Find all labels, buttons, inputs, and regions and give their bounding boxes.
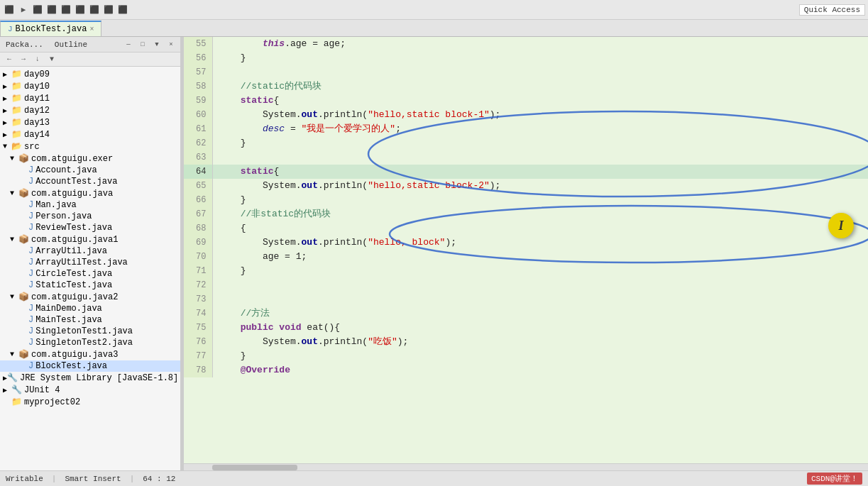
tree-item-accounttest[interactable]: JAccountTest.java bbox=[0, 176, 180, 187]
toolbar-icon-1[interactable]: ⬛ bbox=[3, 4, 16, 16]
toolbar-icon-9[interactable]: ⬛ bbox=[116, 4, 129, 16]
sidebar-back-icon[interactable]: ← bbox=[3, 53, 16, 66]
code-text-65[interactable]: System.out.println("hello,static block-2… bbox=[212, 179, 868, 193]
toolbar-icon-4[interactable]: ⬛ bbox=[45, 4, 58, 16]
tree-item-jre[interactable]: ▶🔧JRE System Library [JavaSE-1.8] bbox=[0, 372, 180, 384]
editor-area: 55 this.age = age; 56 } 57 bbox=[184, 37, 868, 470]
horizontal-scroll-thumb[interactable] bbox=[212, 465, 297, 470]
tree-item-day14[interactable]: ▶📁day14 bbox=[0, 128, 180, 140]
tree-item-day13[interactable]: ▶📁day13 bbox=[0, 116, 180, 128]
code-text-72[interactable] bbox=[212, 278, 868, 292]
code-line-68: 68 { bbox=[184, 221, 868, 236]
tree-item-day09[interactable]: ▶📁day09 bbox=[0, 68, 180, 80]
status-writable: Writable bbox=[6, 475, 43, 483]
code-text-69[interactable]: System.out.println("hello, block"); bbox=[212, 236, 868, 250]
code-text-74[interactable]: //方法 bbox=[212, 306, 868, 321]
tree-item-arrayutiltest[interactable]: JArrayUtilTest.java bbox=[0, 257, 180, 268]
code-text-62[interactable]: } bbox=[212, 136, 868, 150]
tab-close-button[interactable]: × bbox=[89, 26, 94, 33]
toolbar-icon-7[interactable]: ⬛ bbox=[88, 4, 101, 16]
code-text-63[interactable] bbox=[212, 150, 868, 165]
code-line-65: 65 System.out.println("hello,static bloc… bbox=[184, 179, 868, 193]
sidebar-tab-outline[interactable]: Outline bbox=[49, 39, 93, 50]
code-line-67: 67 //非static的代码块 bbox=[184, 207, 868, 221]
tree-item-pkg-java1[interactable]: ▼📦com.atguigu.java1 bbox=[0, 233, 180, 245]
status-bar: Writable | Smart Insert | 64 : 12 CSDN@讲… bbox=[0, 470, 868, 486]
tree-item-person[interactable]: JPerson.java bbox=[0, 211, 180, 222]
main-layout: Packa... Outline ─ □ ▼ × ← → ↓ ▼ ▶📁day09… bbox=[0, 37, 868, 470]
code-editor[interactable]: 55 this.age = age; 56 } 57 bbox=[184, 37, 868, 463]
tree-item-arrayutil[interactable]: JArrayUtil.java bbox=[0, 245, 180, 257]
tree-item-day10[interactable]: ▶📁day10 bbox=[0, 80, 180, 92]
toolbar-icon-2[interactable]: ▶ bbox=[17, 4, 30, 16]
sidebar-forward-icon[interactable]: → bbox=[17, 53, 30, 66]
code-text-57[interactable] bbox=[212, 65, 868, 79]
line-number-64: 64 bbox=[184, 165, 212, 179]
code-text-59[interactable]: static{ bbox=[212, 94, 868, 108]
tree-item-man[interactable]: JMan.java bbox=[0, 199, 180, 211]
code-text-73[interactable] bbox=[212, 292, 868, 306]
tree-item-statictest[interactable]: JStaticTest.java bbox=[0, 280, 180, 291]
code-text-66[interactable]: } bbox=[212, 193, 868, 207]
code-line-75: 75 public void eat(){ bbox=[184, 321, 868, 335]
code-text-60[interactable]: System.out.println("hello,static block-1… bbox=[212, 108, 868, 122]
status-right-area: CSDN@讲堂！ bbox=[807, 473, 862, 485]
sidebar-maximize-icon[interactable]: □ bbox=[136, 38, 149, 51]
line-number-74: 74 bbox=[184, 306, 212, 321]
tree-item-account[interactable]: JAccount.java bbox=[0, 165, 180, 176]
code-text-67[interactable]: //非static的代码块 bbox=[212, 207, 868, 221]
code-text-68[interactable]: { bbox=[212, 221, 868, 236]
code-text-78[interactable]: @Override bbox=[212, 363, 868, 377]
code-line-70: 70 age = 1; bbox=[184, 250, 868, 264]
code-text-58[interactable]: //static的代码块 bbox=[212, 79, 868, 94]
tree-item-day12[interactable]: ▶📁day12 bbox=[0, 104, 180, 116]
tree-item-pkg-java[interactable]: ▼📦com.atguigu.java bbox=[0, 187, 180, 199]
code-text-56[interactable]: } bbox=[212, 51, 868, 65]
sidebar-menu-icon[interactable]: × bbox=[165, 38, 177, 51]
horizontal-scrollbar[interactable] bbox=[184, 463, 868, 470]
toolbar-icon-3[interactable]: ⬛ bbox=[31, 4, 44, 16]
tree-item-myproject02[interactable]: 📁myproject02 bbox=[0, 396, 180, 408]
tree-item-circletest[interactable]: JCircleTest.java bbox=[0, 268, 180, 280]
sidebar-tab-package[interactable]: Packa... bbox=[0, 39, 49, 50]
sidebar-down-icon[interactable]: ↓ bbox=[31, 53, 44, 66]
sidebar-close-icon[interactable]: ▼ bbox=[150, 38, 163, 51]
status-separator-1: | bbox=[52, 475, 57, 483]
code-text-76[interactable]: System.out.println("吃饭"); bbox=[212, 335, 868, 349]
line-number-62: 62 bbox=[184, 136, 212, 150]
line-number-65: 65 bbox=[184, 179, 212, 193]
sidebar-toolbar: ← → ↓ ▼ bbox=[0, 53, 180, 67]
package-explorer-tree[interactable]: ▶📁day09 ▶📁day10 ▶📁day11 ▶📁day12 ▶📁day13 … bbox=[0, 67, 180, 470]
tree-item-pkg-java3[interactable]: ▼📦com.atguigu.java3 bbox=[0, 348, 180, 360]
sidebar-collapse-icon[interactable]: ▼ bbox=[45, 53, 58, 66]
tree-item-singleton2[interactable]: JSingletonTest2.java bbox=[0, 337, 180, 348]
code-text-70[interactable]: age = 1; bbox=[212, 250, 868, 264]
sidebar-minimize-icon[interactable]: ─ bbox=[122, 38, 135, 51]
toolbar-icon-5[interactable]: ⬛ bbox=[60, 4, 72, 16]
status-smart-insert: Smart Insert bbox=[65, 475, 121, 483]
toolbar-icon-8[interactable]: ⬛ bbox=[102, 4, 115, 16]
code-text-75[interactable]: public void eat(){ bbox=[212, 321, 868, 335]
toolbar-icon-6[interactable]: ⬛ bbox=[74, 4, 87, 16]
tree-item-pkg-exer[interactable]: ▼📦com.atguigu.exer bbox=[0, 153, 180, 165]
tree-item-pkg-java2[interactable]: ▼📦com.atguigu.java2 bbox=[0, 291, 180, 303]
tab-java-icon: J bbox=[8, 25, 13, 33]
code-line-63: 63 bbox=[184, 150, 868, 165]
code-text-77[interactable]: } bbox=[212, 349, 868, 363]
line-number-76: 76 bbox=[184, 335, 212, 349]
tree-item-day11[interactable]: ▶📁day11 bbox=[0, 92, 180, 104]
tree-item-src[interactable]: ▼📂src bbox=[0, 140, 180, 153]
code-text-61[interactable]: desc = "我是一个爱学习的人"; bbox=[212, 122, 868, 136]
code-text-64[interactable]: static{ bbox=[212, 165, 868, 179]
code-text-71[interactable]: } bbox=[212, 264, 868, 278]
code-line-62: 62 } bbox=[184, 136, 868, 150]
tree-item-blocktest[interactable]: JBlockTest.java bbox=[0, 360, 180, 372]
tree-item-maintest[interactable]: JMainTest.java bbox=[0, 314, 180, 326]
tree-item-singleton1[interactable]: JSingletonTest1.java bbox=[0, 326, 180, 337]
editor-tab-blocktest[interactable]: J BlockTest.java × bbox=[0, 21, 101, 36]
tree-item-maindemo[interactable]: JMainDemo.java bbox=[0, 303, 180, 314]
tree-item-junit4[interactable]: ▶🔧JUnit 4 bbox=[0, 384, 180, 396]
tree-item-reviewtest[interactable]: JReviewTest.java bbox=[0, 222, 180, 233]
quick-access-button[interactable]: Quick Access bbox=[799, 4, 865, 16]
code-text-55[interactable]: this.age = age; bbox=[212, 37, 868, 51]
